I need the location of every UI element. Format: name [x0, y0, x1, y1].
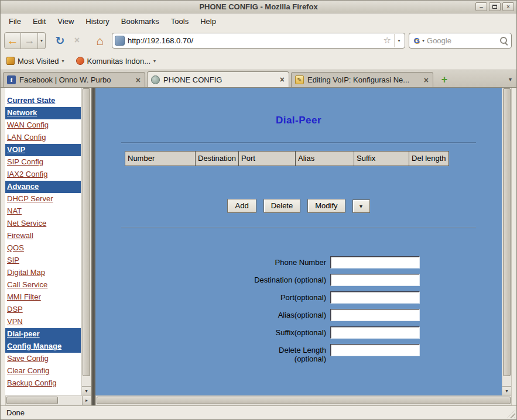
tab-close-icon[interactable]: ×	[135, 76, 141, 84]
bookmark-item[interactable]: Komunitas Indon... ▾	[76, 57, 156, 66]
action-button[interactable]: Add	[227, 199, 256, 213]
home-button[interactable]: ⌂	[91, 32, 108, 49]
menu-item[interactable]: Help	[194, 15, 222, 28]
sidebar-item[interactable]: LAN Config	[5, 132, 81, 144]
scrollbar-thumb[interactable]	[6, 397, 58, 404]
tab-close-icon[interactable]: ×	[279, 75, 285, 84]
form-input[interactable]	[330, 344, 420, 356]
reload-button[interactable]: ↻	[52, 32, 69, 49]
bookmark-item[interactable]: Most Visited ▾	[6, 57, 64, 66]
sidebar-item[interactable]: VOIP	[5, 144, 81, 156]
history-dropdown-button[interactable]: ▾	[38, 32, 46, 49]
sidebar-item[interactable]: Clear Config	[5, 365, 81, 377]
form-input[interactable]	[330, 291, 420, 304]
url-input[interactable]	[128, 36, 381, 45]
sidebar-item[interactable]: Firewall	[5, 230, 81, 242]
sidebar-item[interactable]: Save Config	[5, 353, 81, 365]
search-input[interactable]	[427, 36, 499, 45]
url-dropdown-button[interactable]: ▾	[394, 34, 403, 47]
sidebar-item[interactable]: Advance	[5, 181, 81, 193]
scroll-down-button[interactable]: ▾	[502, 386, 511, 395]
scrollbar-thumb[interactable]	[83, 88, 90, 376]
facebook-icon: f	[7, 75, 16, 84]
menu-item[interactable]: File	[3, 15, 27, 28]
sidebar-horizontal-scrollbar[interactable]: ▸	[5, 395, 91, 405]
sidebar-item[interactable]: SIP Config	[5, 156, 81, 168]
sidebar-item[interactable]: Backup Config	[5, 377, 81, 390]
tab[interactable]: PHONE CONFIG ×	[147, 71, 289, 87]
maximize-button[interactable]	[489, 2, 501, 11]
sidebar-item[interactable]: Network	[5, 107, 81, 119]
page-title: Dial-Peer	[95, 115, 502, 126]
url-bar[interactable]: ☆ ▾	[112, 33, 405, 49]
sidebar-item[interactable]: QOS	[5, 242, 81, 254]
menu-item[interactable]: Tools	[165, 15, 194, 28]
form-input[interactable]	[330, 274, 420, 286]
action-dropdown[interactable]: ▾	[352, 199, 370, 213]
content-area: Current StateNetworkWAN ConfigLAN Config…	[1, 87, 516, 395]
resize-grip[interactable]	[507, 410, 515, 418]
sidebar-item[interactable]: WAN Config	[5, 119, 81, 132]
window-titlebar[interactable]: PHONE CONFIG - Mozilla Firefox – ×	[1, 1, 516, 13]
sidebar-item[interactable]: Net Service	[5, 218, 81, 230]
search-engine-dropdown[interactable]: ▾	[421, 38, 427, 43]
form-input[interactable]	[330, 326, 420, 339]
sidebar-item[interactable]: Call Service	[5, 279, 81, 291]
navigation-toolbar: ← → ▾ ↻ × ⌂ ☆ ▾ G ▾	[1, 29, 516, 52]
search-box[interactable]: G ▾	[409, 33, 512, 49]
sidebar-item[interactable]: Config Manage	[5, 340, 81, 353]
table-header-cell: Destination	[196, 152, 239, 166]
sidebar-item[interactable]: DSP	[5, 304, 81, 316]
form-input[interactable]	[330, 256, 420, 268]
site-icon	[76, 57, 84, 65]
bookmark-star-icon[interactable]: ☆	[381, 35, 394, 46]
action-button[interactable]: Modify	[307, 199, 345, 213]
scrollbar-thumb[interactable]	[503, 88, 511, 376]
list-all-tabs-button[interactable]: ▾	[508, 76, 513, 87]
frame-divider[interactable]	[91, 88, 95, 395]
minimize-button[interactable]: –	[475, 2, 487, 11]
close-button[interactable]: ×	[502, 2, 514, 11]
sidebar-vertical-scrollbar[interactable]: ▾	[81, 88, 91, 395]
sidebar-item[interactable]: SIP	[5, 254, 81, 267]
form-input[interactable]	[330, 309, 420, 321]
sidebar-item[interactable]: Current State	[5, 95, 81, 107]
scroll-down-button[interactable]: ▾	[82, 386, 91, 395]
stop-button[interactable]: ×	[69, 32, 85, 49]
sidebar-nav: Current StateNetworkWAN ConfigLAN Config…	[5, 88, 81, 395]
bookmark-label: Most Visited	[18, 57, 59, 66]
back-button[interactable]: ←	[4, 32, 21, 49]
table-header-cell: Port	[239, 152, 296, 166]
sidebar-item[interactable]: NAT	[5, 205, 81, 218]
tab[interactable]: f Facebook | Onno W. Purbo ×	[3, 72, 145, 87]
sidebar-item[interactable]: VPN	[5, 316, 81, 328]
scrollbar-thumb[interactable]	[97, 397, 511, 404]
new-tab-button[interactable]: +	[437, 73, 451, 87]
close-icon: ×	[506, 4, 510, 10]
reload-icon: ↻	[56, 35, 65, 46]
chevron-down-icon: ▾	[398, 38, 400, 43]
sidebar-item[interactable]: DHCP Server	[5, 193, 81, 205]
sidebar-item[interactable]: Digital Map	[5, 267, 81, 279]
action-button[interactable]: Delete	[263, 199, 301, 213]
main-vertical-scrollbar[interactable]: ▾	[502, 88, 512, 395]
tab-close-icon[interactable]: ×	[423, 76, 429, 84]
tab-bar: f Facebook | Onno W. Purbo × PHONE CONFI…	[1, 70, 516, 87]
table-header-cell: Del length	[409, 152, 449, 166]
sidebar-item[interactable]: IAX2 Config	[5, 168, 81, 181]
form-row: Alias(optional)	[210, 309, 502, 321]
table-header-cell: Suffix	[354, 152, 409, 166]
forward-button[interactable]: →	[21, 32, 38, 49]
menu-item[interactable]: Edit	[27, 15, 52, 28]
sidebar-item[interactable]: Dial-peer	[5, 328, 81, 340]
tab[interactable]: ✎ Editing VoIP: Konfigurasi Ne... ×	[291, 72, 433, 87]
menu-item[interactable]: Bookmarks	[115, 15, 165, 28]
form-row: Delete Length(optional)	[210, 344, 502, 363]
main-horizontal-scrollbar[interactable]	[95, 395, 512, 405]
stop-icon: ×	[74, 36, 80, 45]
search-magnifier-icon[interactable]	[499, 36, 508, 45]
menu-item[interactable]: History	[80, 15, 115, 28]
menu-item[interactable]: View	[52, 15, 80, 28]
scroll-right-button[interactable]: ▸	[82, 396, 91, 405]
sidebar-item[interactable]: MMI Filter	[5, 291, 81, 304]
